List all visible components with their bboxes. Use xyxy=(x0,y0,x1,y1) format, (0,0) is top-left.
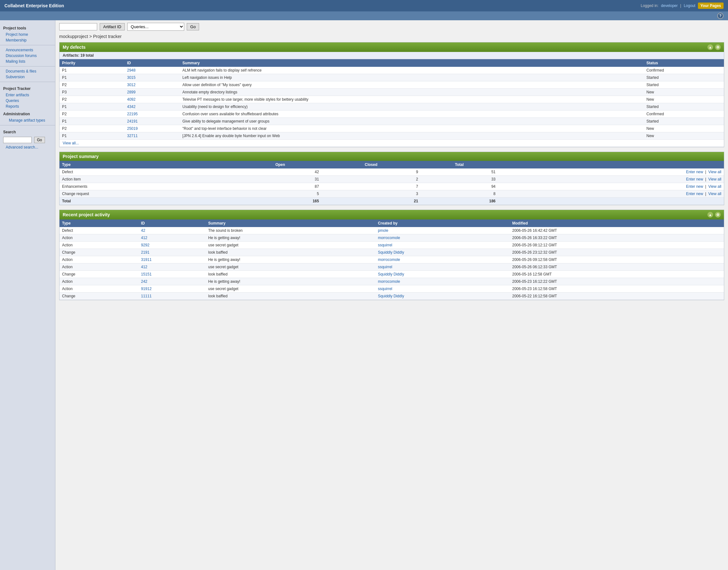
table-row: Action 242 He is getting away! morrocomo… xyxy=(59,278,724,285)
cell-id: 42 xyxy=(139,227,206,234)
created-by-link[interactable]: Squiddly Diddly xyxy=(378,294,404,298)
activity-id-link[interactable]: 2191 xyxy=(141,250,150,255)
created-by-link[interactable]: Squiddly Diddly xyxy=(378,272,404,276)
enter-new-link[interactable]: Enter new xyxy=(686,192,703,196)
created-by-link[interactable]: morrocomole xyxy=(378,279,400,284)
recent-activity-settings-icon[interactable]: ⚙ xyxy=(715,212,721,218)
logout-link[interactable]: Logout xyxy=(684,3,695,8)
table-row: Defect 42 9 51 Enter new | View all xyxy=(59,169,724,176)
cell-created-by: ssquirrel xyxy=(376,285,510,293)
cell-total-label: Total xyxy=(59,198,239,205)
view-all-link[interactable]: View all xyxy=(708,170,721,174)
cell-type: Action xyxy=(59,256,139,263)
view-all-link[interactable]: View all xyxy=(708,177,721,182)
view-all-link[interactable]: View all xyxy=(708,184,721,189)
my-defects-settings-icon[interactable]: ⚙ xyxy=(715,44,721,50)
table-row: P3 2899 Annotate empty directory listing… xyxy=(59,89,724,96)
sidebar-item-documents-files[interactable]: Documents & files xyxy=(0,68,55,74)
total-row: Total 165 21 186 xyxy=(59,198,724,205)
project-summary-table: Type Open Closed Total Defect 42 9 51 En… xyxy=(59,161,724,205)
cell-id: 4342 xyxy=(124,103,180,110)
cell-status: Started xyxy=(644,81,724,89)
my-defects-collapse-icon[interactable]: ▲ xyxy=(707,44,713,50)
username-link[interactable]: developer xyxy=(661,3,678,8)
defect-id-link[interactable]: 24191 xyxy=(127,119,137,123)
cell-actions: Enter new | View all xyxy=(498,169,724,176)
created-by-link[interactable]: ssquirrel xyxy=(378,243,392,247)
created-by-link[interactable]: pmole xyxy=(378,228,389,233)
ra-col-created-by: Created by xyxy=(376,220,510,227)
created-by-link[interactable]: morrocomole xyxy=(378,257,400,262)
my-defects-icons: ▲ ⚙ xyxy=(707,44,721,50)
ps-col-type: Type xyxy=(59,161,239,169)
cell-total: 94 xyxy=(421,183,498,190)
main-content: Artifact ID Queries... Go mockupproject … xyxy=(55,20,728,570)
activity-id-link[interactable]: 412 xyxy=(141,265,147,269)
defect-id-link[interactable]: 22195 xyxy=(127,112,137,116)
sidebar-item-announcements[interactable]: Announcements xyxy=(0,47,55,53)
defect-id-link[interactable]: 3012 xyxy=(127,83,135,87)
sidebar-item-membership[interactable]: Membership xyxy=(0,37,55,43)
created-by-link[interactable]: Squiddly Diddly xyxy=(378,250,404,255)
defect-id-link[interactable]: 2899 xyxy=(127,90,135,94)
cell-type: Action xyxy=(59,263,139,271)
defect-id-link[interactable]: 4092 xyxy=(127,97,135,102)
activity-id-link[interactable]: 91912 xyxy=(141,287,152,291)
cell-type: Action xyxy=(59,285,139,293)
sidebar-item-queries[interactable]: Queries xyxy=(0,98,55,103)
sidebar-item-project-home[interactable]: Project home xyxy=(0,32,55,37)
cell-summary: look baffled xyxy=(206,249,376,256)
sidebar-item-discussion-forums[interactable]: Discussion forums xyxy=(0,53,55,59)
cell-type: Change xyxy=(59,249,139,256)
enter-new-link[interactable]: Enter new xyxy=(686,170,703,174)
cell-actions: Enter new | View all xyxy=(498,176,724,183)
search-go-button[interactable]: Go xyxy=(34,137,45,143)
my-defects-view-all[interactable]: View all... xyxy=(63,141,79,146)
activity-id-link[interactable]: 31911 xyxy=(141,257,152,262)
search-input[interactable] xyxy=(3,137,32,143)
defect-id-link[interactable]: 4342 xyxy=(127,104,135,109)
project-summary-section: Project summary Type Open Closed Total D… xyxy=(59,152,724,205)
your-pages-button[interactable]: Your Pages xyxy=(698,3,724,9)
activity-id-link[interactable]: 11111 xyxy=(141,294,152,298)
table-row: Change 15151 look baffled Squiddly Diddl… xyxy=(59,271,724,278)
cell-open: 42 xyxy=(239,169,321,176)
enter-new-link[interactable]: Enter new xyxy=(686,184,703,189)
sidebar-item-subversion[interactable]: Subversion xyxy=(0,74,55,80)
recent-activity-section: Recent project activity ▲ ⚙ Type ID Summ… xyxy=(59,210,724,300)
go-button[interactable]: Go xyxy=(187,23,199,30)
cell-id: 91912 xyxy=(139,285,206,293)
sidebar-item-manage-artifact-types[interactable]: Manage artifact types xyxy=(0,117,55,123)
table-row: Change 11111 look baffled Squiddly Diddl… xyxy=(59,293,724,300)
activity-id-link[interactable]: 9292 xyxy=(141,243,150,247)
created-by-link[interactable]: morrocomole xyxy=(378,236,400,240)
sidebar-item-mailing-lists[interactable]: Mailing lists xyxy=(0,59,55,64)
defect-id-link[interactable]: 25019 xyxy=(127,126,137,131)
activity-id-link[interactable]: 242 xyxy=(141,279,147,284)
defect-id-link[interactable]: 32711 xyxy=(127,133,137,138)
activity-id-link[interactable]: 15151 xyxy=(141,272,152,276)
cell-open: 31 xyxy=(239,176,321,183)
sidebar-item-reports[interactable]: Reports xyxy=(0,103,55,109)
enter-new-link[interactable]: Enter new xyxy=(686,177,703,182)
created-by-link[interactable]: ssquirrel xyxy=(378,287,392,291)
view-all-link[interactable]: View all xyxy=(708,192,721,196)
sidebar-item-advanced-search[interactable]: Advanced search... xyxy=(0,145,55,150)
cell-modified: 2006-05-23 16:12:58 GMT xyxy=(510,285,724,293)
queries-select[interactable]: Queries... xyxy=(127,23,184,31)
recent-activity-collapse-icon[interactable]: ▲ xyxy=(707,212,713,218)
activity-id-link[interactable]: 42 xyxy=(141,228,145,233)
defect-id-link[interactable]: 3015 xyxy=(127,75,135,80)
help-icon[interactable]: ? xyxy=(717,13,724,19)
activity-id-link[interactable]: 412 xyxy=(141,236,147,240)
sidebar-item-enter-artifacts[interactable]: Enter artifacts xyxy=(0,92,55,98)
defect-id-link[interactable]: 2948 xyxy=(127,68,135,72)
artifact-id-button[interactable]: Artifact ID xyxy=(100,23,125,30)
artifact-id-input[interactable] xyxy=(59,23,97,30)
table-row: P1 4342 Usability (need to design for ef… xyxy=(59,103,724,110)
created-by-link[interactable]: ssquirrel xyxy=(378,265,392,269)
table-row: P2 3012 Allow user definition of "My iss… xyxy=(59,81,724,89)
recent-activity-table: Type ID Summary Created by Modified Defe… xyxy=(59,220,724,300)
cell-modified: 2006-05-26 08:12:12 GMT xyxy=(510,242,724,249)
cell-priority: P2 xyxy=(59,125,124,132)
